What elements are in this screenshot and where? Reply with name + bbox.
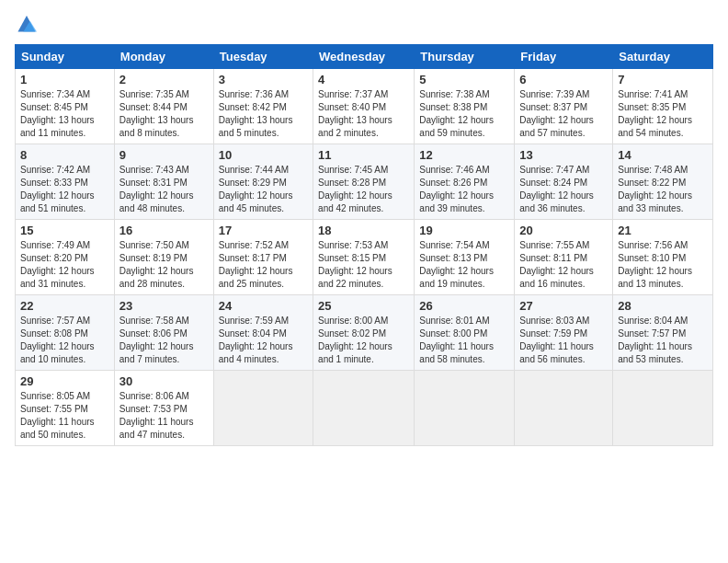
calendar-cell [515,371,613,446]
calendar-cell: 25Sunrise: 8:00 AM Sunset: 8:02 PM Dayli… [313,295,415,371]
calendar-cell: 11Sunrise: 7:45 AM Sunset: 8:28 PM Dayli… [313,144,415,220]
day-info: Sunrise: 8:00 AM Sunset: 8:02 PM Dayligh… [318,315,409,366]
day-number: 21 [618,224,708,237]
day-info: Sunrise: 7:50 AM Sunset: 8:19 PM Dayligh… [119,239,209,291]
day-number: 23 [119,299,209,313]
day-number: 9 [119,148,209,162]
calendar-cell: 29Sunrise: 8:05 AM Sunset: 7:55 PM Dayli… [16,371,115,446]
calendar-cell [415,371,515,446]
day-info: Sunrise: 7:43 AM Sunset: 8:31 PM Dayligh… [119,164,209,215]
day-number: 6 [519,73,608,86]
day-number: 13 [519,148,608,162]
day-info: Sunrise: 8:01 AM Sunset: 8:00 PM Dayligh… [419,315,509,366]
calendar-cell [613,371,713,446]
day-number: 15 [20,224,109,237]
day-info: Sunrise: 7:52 AM Sunset: 8:17 PM Dayligh… [219,239,308,291]
day-info: Sunrise: 7:34 AM Sunset: 8:45 PM Dayligh… [20,88,109,140]
calendar-week-row: 15Sunrise: 7:49 AM Sunset: 8:20 PM Dayli… [16,220,713,295]
calendar-week-row: 29Sunrise: 8:05 AM Sunset: 7:55 PM Dayli… [16,371,713,446]
logo [15,13,37,37]
day-number: 3 [219,73,308,86]
day-number: 17 [219,224,308,237]
day-number: 7 [618,73,708,86]
calendar-week-row: 1Sunrise: 7:34 AM Sunset: 8:45 PM Daylig… [16,69,713,144]
day-info: Sunrise: 7:49 AM Sunset: 8:20 PM Dayligh… [20,239,109,291]
calendar-cell: 19Sunrise: 7:54 AM Sunset: 8:13 PM Dayli… [415,220,515,295]
day-number: 2 [119,73,209,86]
day-number: 30 [119,374,209,388]
calendar-week-row: 8Sunrise: 7:42 AM Sunset: 8:33 PM Daylig… [16,144,713,220]
day-info: Sunrise: 7:59 AM Sunset: 8:04 PM Dayligh… [219,315,308,366]
day-info: Sunrise: 7:37 AM Sunset: 8:40 PM Dayligh… [318,88,409,140]
calendar-header-row: SundayMondayTuesdayWednesdayThursdayFrid… [16,45,713,69]
calendar-cell: 23Sunrise: 7:58 AM Sunset: 8:06 PM Dayli… [114,295,213,371]
day-info: Sunrise: 7:39 AM Sunset: 8:37 PM Dayligh… [519,88,608,140]
day-number: 4 [318,73,409,86]
day-info: Sunrise: 8:04 AM Sunset: 7:57 PM Dayligh… [618,315,708,366]
weekday-header-sunday: Sunday [16,45,115,69]
calendar-cell: 4Sunrise: 7:37 AM Sunset: 8:40 PM Daylig… [313,69,415,144]
day-info: Sunrise: 7:41 AM Sunset: 8:35 PM Dayligh… [618,88,708,140]
day-number: 8 [20,148,109,162]
calendar-cell: 30Sunrise: 8:06 AM Sunset: 7:53 PM Dayli… [114,371,213,446]
day-info: Sunrise: 7:38 AM Sunset: 8:38 PM Dayligh… [419,88,509,140]
calendar-cell: 3Sunrise: 7:36 AM Sunset: 8:42 PM Daylig… [213,69,313,144]
day-info: Sunrise: 8:03 AM Sunset: 7:59 PM Dayligh… [519,315,608,366]
day-number: 11 [318,148,409,162]
day-number: 14 [618,148,708,162]
day-number: 19 [419,224,509,237]
calendar-cell: 10Sunrise: 7:44 AM Sunset: 8:29 PM Dayli… [213,144,313,220]
day-info: Sunrise: 7:54 AM Sunset: 8:13 PM Dayligh… [419,239,509,291]
calendar-cell: 18Sunrise: 7:53 AM Sunset: 8:15 PM Dayli… [313,220,415,295]
calendar-cell: 1Sunrise: 7:34 AM Sunset: 8:45 PM Daylig… [16,69,115,144]
logo-icon [17,13,37,33]
day-number: 22 [20,299,109,313]
day-number: 10 [219,148,308,162]
day-info: Sunrise: 7:55 AM Sunset: 8:11 PM Dayligh… [519,239,608,291]
weekday-header-wednesday: Wednesday [313,45,415,69]
day-number: 1 [20,73,109,86]
day-info: Sunrise: 8:06 AM Sunset: 7:53 PM Dayligh… [119,390,209,442]
weekday-header-monday: Monday [114,45,213,69]
day-number: 29 [20,374,109,388]
day-info: Sunrise: 7:46 AM Sunset: 8:26 PM Dayligh… [419,164,509,215]
calendar-cell: 20Sunrise: 7:55 AM Sunset: 8:11 PM Dayli… [515,220,613,295]
day-number: 16 [119,224,209,237]
weekday-header-thursday: Thursday [415,45,515,69]
day-number: 12 [419,148,509,162]
day-info: Sunrise: 7:58 AM Sunset: 8:06 PM Dayligh… [119,315,209,366]
day-number: 24 [219,299,308,313]
calendar-cell [213,371,313,446]
calendar-cell: 13Sunrise: 7:47 AM Sunset: 8:24 PM Dayli… [515,144,613,220]
day-number: 25 [318,299,409,313]
day-info: Sunrise: 7:48 AM Sunset: 8:22 PM Dayligh… [618,164,708,215]
day-info: Sunrise: 7:35 AM Sunset: 8:44 PM Dayligh… [119,88,209,140]
calendar-cell: 24Sunrise: 7:59 AM Sunset: 8:04 PM Dayli… [213,295,313,371]
calendar-cell: 5Sunrise: 7:38 AM Sunset: 8:38 PM Daylig… [415,69,515,144]
calendar-cell: 8Sunrise: 7:42 AM Sunset: 8:33 PM Daylig… [16,144,115,220]
day-info: Sunrise: 7:44 AM Sunset: 8:29 PM Dayligh… [219,164,308,215]
calendar-cell: 14Sunrise: 7:48 AM Sunset: 8:22 PM Dayli… [613,144,713,220]
calendar-cell: 15Sunrise: 7:49 AM Sunset: 8:20 PM Dayli… [16,220,115,295]
day-info: Sunrise: 8:05 AM Sunset: 7:55 PM Dayligh… [20,390,109,442]
calendar-cell: 27Sunrise: 8:03 AM Sunset: 7:59 PM Dayli… [515,295,613,371]
day-number: 27 [519,299,608,313]
calendar-cell: 7Sunrise: 7:41 AM Sunset: 8:35 PM Daylig… [613,69,713,144]
day-number: 26 [419,299,509,313]
day-info: Sunrise: 7:47 AM Sunset: 8:24 PM Dayligh… [519,164,608,215]
calendar-cell: 22Sunrise: 7:57 AM Sunset: 8:08 PM Dayli… [16,295,115,371]
weekday-header-saturday: Saturday [613,45,713,69]
day-number: 20 [519,224,608,237]
day-info: Sunrise: 7:57 AM Sunset: 8:08 PM Dayligh… [20,315,109,366]
day-number: 5 [419,73,509,86]
calendar-cell: 9Sunrise: 7:43 AM Sunset: 8:31 PM Daylig… [114,144,213,220]
day-number: 18 [318,224,409,237]
calendar-cell: 28Sunrise: 8:04 AM Sunset: 7:57 PM Dayli… [613,295,713,371]
calendar-cell: 2Sunrise: 7:35 AM Sunset: 8:44 PM Daylig… [114,69,213,144]
calendar: SundayMondayTuesdayWednesdayThursdayFrid… [15,44,713,446]
calendar-cell: 16Sunrise: 7:50 AM Sunset: 8:19 PM Dayli… [114,220,213,295]
calendar-cell: 17Sunrise: 7:52 AM Sunset: 8:17 PM Dayli… [213,220,313,295]
day-info: Sunrise: 7:36 AM Sunset: 8:42 PM Dayligh… [219,88,308,140]
weekday-header-tuesday: Tuesday [213,45,313,69]
day-info: Sunrise: 7:53 AM Sunset: 8:15 PM Dayligh… [318,239,409,291]
